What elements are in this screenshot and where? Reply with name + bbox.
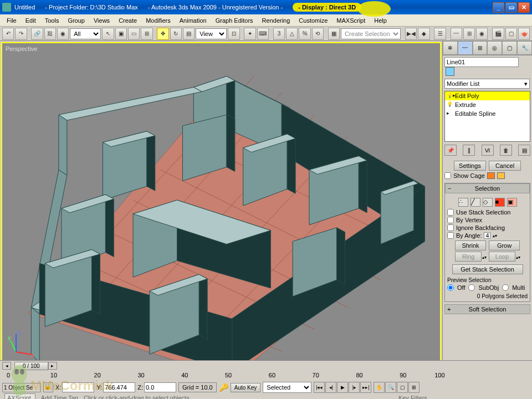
select-button[interactable]: ↖ (102, 28, 114, 40)
minimize-button[interactable]: _ (493, 2, 504, 13)
menu-animation[interactable]: Animation (175, 16, 211, 25)
stack-edit-poly[interactable]: 💡▸Edit Poly (445, 91, 530, 100)
time-prev[interactable]: ◂ (2, 362, 11, 370)
configure-button[interactable]: ▤ (518, 145, 530, 156)
selection-filter[interactable]: All (70, 28, 101, 39)
window-crossing-button[interactable]: ⊞ (141, 28, 152, 40)
modify-tab[interactable]: 〰 (458, 41, 473, 55)
time-next[interactable]: ▸ (48, 362, 57, 370)
scale-button[interactable]: ▤ (183, 28, 195, 40)
menu-tools[interactable]: Tools (40, 16, 64, 25)
z-coord-input[interactable] (144, 382, 176, 392)
create-tab[interactable]: ✲ (443, 41, 458, 55)
cage-color2[interactable] (497, 172, 505, 179)
angle-snap-button[interactable]: △ (286, 28, 298, 40)
schematic-button[interactable]: ⊞ (463, 28, 475, 40)
render-setup-button[interactable]: 🎬 (492, 28, 504, 40)
undo-button[interactable]: ↶ (2, 28, 14, 40)
ring-button[interactable]: Ring (455, 252, 482, 262)
ignore-backfacing-checkbox[interactable] (447, 224, 454, 231)
utilities-tab[interactable]: 🔧 (517, 41, 532, 55)
nav-1[interactable]: ✋ (374, 382, 385, 393)
display-tab[interactable]: ▢ (502, 41, 517, 55)
object-color-swatch[interactable] (446, 67, 454, 76)
pivot-button[interactable]: ⊡ (228, 28, 239, 40)
preview-subobj-radio[interactable] (468, 284, 475, 291)
menu-create[interactable]: Create (114, 16, 141, 25)
object-name-input[interactable] (444, 57, 519, 67)
menu-views[interactable]: Views (89, 16, 114, 25)
align-button[interactable]: ◆ (418, 28, 429, 40)
maximize-button[interactable]: ▭ (505, 2, 517, 13)
render-frame-button[interactable]: ▢ (505, 28, 517, 40)
get-stack-button[interactable]: Get Stack Selection (452, 264, 523, 274)
angle-input[interactable] (484, 232, 490, 239)
nav-2[interactable]: 🔍 (385, 382, 396, 393)
hierarchy-tab[interactable]: ⊞ (473, 41, 488, 55)
edge-subobj[interactable]: ╱ (470, 198, 480, 207)
y-coord-input[interactable] (103, 382, 135, 392)
by-vertex-checkbox[interactable] (447, 217, 454, 223)
time-slider[interactable]: ◂ 0 / 100 ▸ (0, 361, 532, 371)
loop-button[interactable]: Loop (489, 252, 515, 262)
spinner-snap-button[interactable]: ⟲ (312, 28, 324, 40)
render-button[interactable]: 🫖 (518, 28, 530, 40)
layers-button[interactable]: ☰ (434, 28, 446, 40)
key-filters-button[interactable]: Key Filters... (398, 395, 432, 399)
next-frame-button[interactable]: |▸ (349, 382, 360, 393)
add-time-tag[interactable]: Add Time Tag (41, 395, 78, 399)
element-subobj[interactable]: ▣ (507, 198, 517, 207)
goto-end-button[interactable]: ▸▸| (360, 382, 371, 393)
vertex-subobj[interactable]: ∴ (458, 198, 468, 207)
unlink-button[interactable]: ⛓ (44, 28, 56, 40)
modifier-list-dropdown[interactable]: Modifier List▾ (444, 79, 530, 89)
percent-snap-button[interactable]: % (299, 28, 310, 40)
pin-stack-button[interactable]: 📌 (444, 145, 457, 156)
time-ruler[interactable]: 0 10 20 30 40 50 60 70 80 90 100 (7, 371, 443, 381)
menu-help[interactable]: Help (370, 16, 391, 25)
script-label[interactable]: AXScript. (4, 393, 35, 399)
grow-button[interactable]: Grow (489, 241, 520, 250)
menu-rendering[interactable]: Rendering (258, 16, 295, 25)
move-button[interactable]: ✥ (157, 28, 168, 40)
stack-editable-spline[interactable]: ▸Editable Spline (445, 109, 530, 118)
snap-button[interactable]: 3 (273, 28, 285, 40)
show-result-button[interactable]: ‖ (463, 145, 475, 156)
menu-customize[interactable]: Customize (294, 16, 332, 25)
select-name-button[interactable]: ▣ (115, 28, 127, 40)
rotate-button[interactable]: ↻ (170, 28, 182, 40)
ref-coord-system[interactable]: View (196, 28, 227, 39)
cage-color1[interactable] (487, 172, 495, 179)
close-button[interactable]: ✕ (518, 2, 530, 13)
menu-group[interactable]: Group (63, 16, 89, 25)
mirror-button[interactable]: ▶◀ (405, 28, 417, 40)
modifier-stack[interactable]: 💡▸Edit Poly 💡Extrude ▸Editable Spline (444, 91, 530, 142)
named-sel-button[interactable]: ▦ (328, 28, 340, 40)
make-unique-button[interactable]: Ⅵ (482, 145, 494, 156)
x-coord-input[interactable] (62, 382, 94, 392)
selection-rollout-header[interactable]: −Selection (445, 183, 530, 193)
lock-button[interactable]: 🔒 (43, 382, 53, 392)
menu-grapheditors[interactable]: Graph Editors (211, 16, 258, 25)
key-mode-select[interactable]: Selected (263, 382, 311, 393)
use-stack-checkbox[interactable] (447, 209, 454, 216)
redo-button[interactable]: ↷ (15, 28, 27, 40)
soft-selection-header[interactable]: +Soft Selection (444, 304, 530, 314)
polygon-subobj[interactable]: ■ (495, 198, 505, 207)
nav-3[interactable]: ▢ (397, 382, 408, 393)
curve-editor-button[interactable]: 〰 (451, 28, 462, 40)
link-button[interactable]: 🔗 (31, 28, 43, 40)
goto-start-button[interactable]: |◂◂ (314, 382, 325, 393)
manipulate-button[interactable]: ✦ (244, 28, 255, 40)
menu-maxscript[interactable]: MAXScript (332, 16, 370, 25)
bind-button[interactable]: ◉ (57, 28, 69, 40)
settings-button[interactable]: Settings (454, 161, 486, 171)
menu-modifiers[interactable]: Modifiers (141, 16, 175, 25)
prev-frame-button[interactable]: ◂| (325, 382, 336, 393)
preview-off-radio[interactable] (447, 284, 454, 291)
play-button[interactable]: ▶ (337, 382, 348, 393)
cancel-button[interactable]: Cancel (489, 161, 521, 171)
by-angle-checkbox[interactable] (447, 232, 454, 239)
preview-multi-radio[interactable] (502, 284, 509, 291)
remove-modifier-button[interactable]: 🗑 (500, 145, 512, 156)
